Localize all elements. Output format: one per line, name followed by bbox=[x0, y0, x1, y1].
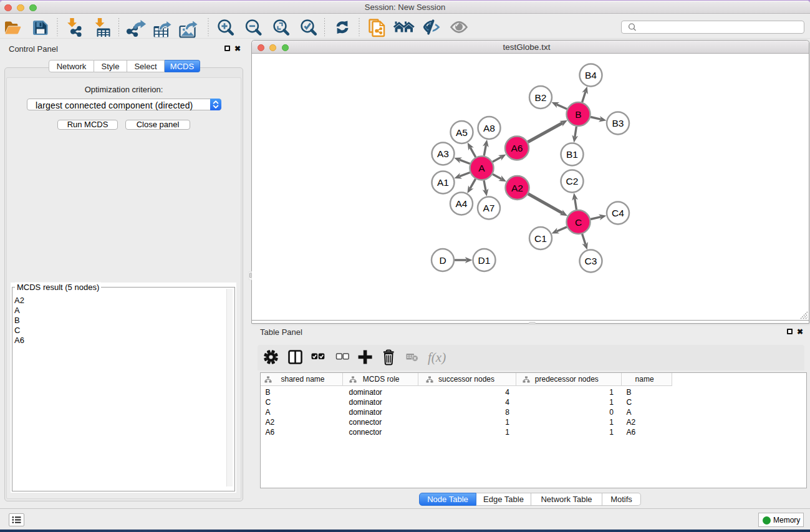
svg-text:C: C bbox=[575, 217, 582, 228]
svg-text:B2: B2 bbox=[535, 92, 547, 103]
svg-text:f(x): f(x) bbox=[428, 350, 446, 365]
svg-text:A2: A2 bbox=[511, 183, 523, 193]
svg-text:A6: A6 bbox=[511, 143, 523, 153]
svg-text:C2: C2 bbox=[566, 176, 579, 186]
svg-text:A4: A4 bbox=[456, 198, 468, 209]
svg-text:A7: A7 bbox=[483, 203, 495, 213]
svg-text:B: B bbox=[575, 109, 581, 120]
svg-text:C3: C3 bbox=[585, 256, 597, 266]
svg-text:C1: C1 bbox=[534, 233, 547, 244]
svg-text:A: A bbox=[478, 163, 485, 173]
svg-text:D1: D1 bbox=[478, 255, 491, 266]
svg-text:D: D bbox=[439, 255, 446, 266]
svg-text:B3: B3 bbox=[612, 118, 624, 128]
svg-text:B4: B4 bbox=[585, 70, 597, 80]
svg-text:C4: C4 bbox=[612, 208, 624, 218]
svg-text:A1: A1 bbox=[437, 177, 449, 188]
svg-text:A3: A3 bbox=[437, 148, 449, 159]
svg-text:B1: B1 bbox=[566, 149, 578, 160]
svg-text:A8: A8 bbox=[483, 123, 495, 133]
svg-text:A5: A5 bbox=[456, 127, 468, 138]
